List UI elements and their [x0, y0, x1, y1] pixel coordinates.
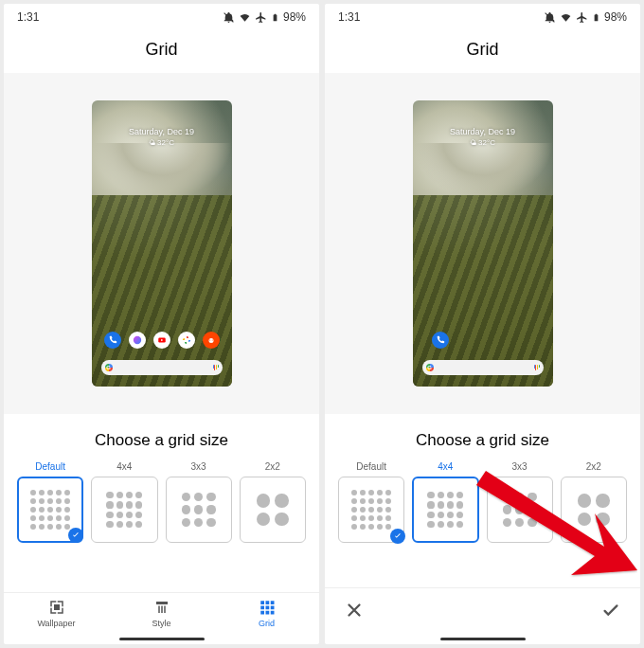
grid-icon — [259, 599, 276, 616]
check-icon — [68, 528, 83, 543]
battery-icon — [271, 11, 279, 24]
status-bar: 1:31 98% — [325, 4, 640, 30]
svg-point-1 — [133, 336, 140, 344]
svg-point-5 — [211, 340, 212, 341]
choose-grid-label: Choose a grid size — [4, 414, 319, 461]
svg-point-3 — [208, 338, 213, 343]
grid-option-default[interactable]: Default — [17, 461, 83, 543]
photos-icon — [178, 332, 195, 349]
preview-date: Saturday, Dec 19 32°C — [92, 127, 232, 147]
wifi-icon — [239, 11, 251, 24]
youtube-icon — [153, 332, 170, 349]
google-icon — [426, 364, 434, 371]
home-preview: Saturday, Dec 19 32°C — [413, 100, 553, 387]
status-time: 1:31 — [338, 10, 360, 24]
grid-option-4x4[interactable]: 4x4 — [91, 461, 157, 543]
preview-search — [422, 360, 544, 375]
page-title: Grid — [4, 30, 319, 73]
tab-grid[interactable]: Grid — [214, 599, 319, 628]
battery-percent: 98% — [604, 10, 627, 24]
page-title: Grid — [325, 30, 640, 73]
assistant-icon — [534, 365, 540, 370]
google-icon — [105, 364, 113, 371]
phone-icon — [432, 332, 449, 349]
preview-date: Saturday, Dec 19 32°C — [413, 127, 553, 147]
grid-option-3x3[interactable]: 3x3 — [487, 461, 553, 543]
grid-option-3x3[interactable]: 3x3 — [166, 461, 232, 543]
svg-point-4 — [209, 340, 210, 341]
cancel-button[interactable] — [344, 600, 365, 624]
wallpaper-icon — [48, 599, 65, 616]
preview-search — [101, 360, 223, 375]
style-icon — [153, 599, 170, 616]
battery-percent: 98% — [283, 10, 306, 24]
grid-options-row: Default 4x4 3x3 2x2 — [325, 461, 640, 543]
messenger-icon — [129, 332, 146, 349]
airplane-icon — [576, 11, 588, 24]
grid-option-2x2[interactable]: 2x2 — [561, 461, 627, 543]
grid-option-2x2[interactable]: 2x2 — [240, 461, 306, 543]
nav-handle[interactable] — [119, 638, 205, 640]
wifi-icon — [560, 11, 572, 24]
preview-app-row — [92, 332, 232, 349]
status-right: 98% — [223, 10, 306, 24]
home-preview: Saturday, Dec 19 32°C — [92, 100, 232, 387]
left-screenshot: 1:31 98% Grid Saturday, Dec 19 32°C — [4, 4, 319, 644]
reddit-icon — [203, 332, 220, 349]
battery-icon — [592, 11, 600, 24]
status-bar: 1:31 98% — [4, 4, 319, 30]
right-screenshot: 1:31 98% Grid Saturday, Dec 19 32°C — [325, 4, 640, 644]
choose-grid-label: Choose a grid size — [325, 414, 640, 461]
confirm-bar — [325, 587, 640, 632]
check-icon — [390, 529, 405, 544]
airplane-icon — [255, 11, 267, 24]
bell-off-icon — [544, 11, 556, 24]
preview-area: Saturday, Dec 19 32°C — [4, 73, 319, 414]
grid-option-4x4[interactable]: 4x4 — [412, 461, 478, 543]
bottom-tabs: Wallpaper Style Grid — [4, 592, 319, 632]
preview-area: Saturday, Dec 19 32°C — [325, 73, 640, 414]
grid-options-row: Default 4x4 3x3 2x2 — [4, 461, 319, 543]
bell-off-icon — [223, 11, 235, 24]
grid-option-default[interactable]: Default — [338, 461, 404, 543]
tab-wallpaper[interactable]: Wallpaper — [4, 599, 109, 628]
status-right: 98% — [544, 10, 627, 24]
assistant-icon — [213, 365, 219, 370]
phone-icon — [104, 332, 121, 349]
tab-style[interactable]: Style — [109, 599, 214, 628]
status-time: 1:31 — [17, 10, 39, 24]
confirm-button[interactable] — [600, 600, 621, 624]
nav-handle[interactable] — [440, 638, 526, 640]
preview-app-row — [413, 332, 553, 349]
